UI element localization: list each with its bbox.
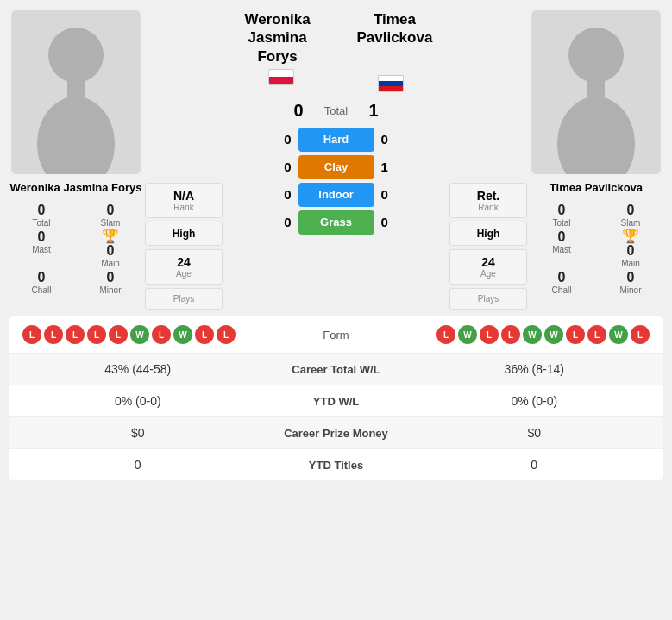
player2-main-label: Main (621, 259, 640, 268)
player1-minor-cell: 0 Minor (80, 270, 141, 295)
indoor-label: Indoor (318, 188, 353, 201)
stat-center-label: YTD Titles (250, 459, 423, 472)
player1-card: Weronika Jasmina Forys 0 Total 0 Slam 0 … (7, 10, 145, 295)
stat-right: 0 (423, 458, 647, 472)
indoor-score2: 0 (381, 187, 399, 202)
player2-total-value: 0 (558, 203, 566, 218)
stat-row: $0 Career Prize Money $0 (9, 417, 663, 449)
player1-age-panel: 24 Age (145, 249, 223, 285)
player2-plays-label: Plays (454, 294, 523, 304)
player2-chall-label: Chall (552, 285, 572, 295)
form-badge: W (523, 325, 542, 344)
hard-button[interactable]: Hard (298, 128, 374, 152)
form-badge: L (44, 325, 63, 344)
surfaces-area: 0 Hard 0 0 Clay 1 0 Indoor (226, 128, 446, 235)
player2-trophy-icon: 🏆 (622, 229, 639, 243)
form-badge: L (87, 325, 106, 344)
player2-minor-cell: 0 Minor (600, 270, 661, 295)
player2-age-label: Age (454, 269, 523, 279)
stat-center-label: Career Prize Money (250, 427, 423, 440)
form-badge: L (217, 325, 236, 344)
player2-side-panels: Ret. Rank High 24 Age Plays (449, 183, 527, 310)
match-score2: 1 (369, 101, 379, 121)
player1-heading: Weronika Jasmina Forys (229, 10, 325, 66)
player2-photo (531, 10, 661, 174)
player1-age-value: 24 (149, 255, 218, 269)
form-badge: L (152, 325, 171, 344)
clay-label: Clay (324, 160, 348, 173)
hard-label: Hard (323, 133, 349, 146)
player2-name: Timea Pavlickova (550, 181, 643, 196)
total-score-row: 0 Total 1 (226, 101, 446, 121)
stat-center-label: Career Total W/L (250, 363, 423, 376)
form-row: LLLLLWLWLL Form LWLLWWLLWL (9, 316, 663, 354)
indoor-button[interactable]: Indoor (298, 183, 374, 207)
clay-button[interactable]: Clay (298, 155, 374, 179)
player2-age-value: 24 (454, 255, 523, 269)
stat-left: 0% (0-0) (26, 394, 250, 408)
form-badge: L (109, 325, 128, 344)
form-badge: W (130, 325, 149, 344)
player2-mast-label: Mast (552, 245, 571, 254)
app-container: Weronika Jasmina Forys 0 Total 0 Slam 0 … (0, 0, 672, 489)
player2-total-label: Total (552, 218, 570, 228)
poland-flag (268, 69, 294, 85)
stat-row: 0% (0-0) YTD W/L 0% (0-0) (9, 385, 663, 417)
form-label: Form (285, 329, 388, 341)
player1-mast-label: Mast (32, 245, 51, 254)
player1-silhouette (11, 10, 141, 174)
stat-left: $0 (26, 426, 250, 440)
player1-main-cell: 🏆 0 Main (80, 229, 141, 268)
player1-flag (268, 69, 294, 92)
player2-age-panel: 24 Age (449, 249, 527, 285)
player2-chall-cell: 0 Chall (531, 270, 592, 295)
player2-mast-value: 0 (558, 229, 566, 245)
match-score1: 0 (293, 101, 303, 121)
form-badge: W (544, 325, 563, 344)
form-badge: L (501, 325, 520, 344)
player2-rank-label: Rank (454, 203, 523, 212)
form-badge: L (436, 325, 455, 344)
player1-plays-panel: Plays (145, 288, 223, 310)
stat-left: 43% (44-58) (26, 362, 250, 376)
player1-stats: 0 Total 0 Slam 0 Mast 🏆 0 Main 0 (7, 203, 145, 295)
form-badge: L (22, 325, 41, 344)
form-badge: W (609, 325, 628, 344)
player2-card: Timea Pavlickova 0 Total 0 Slam 0 Mast 🏆… (527, 10, 665, 295)
player1-name: Weronika Jasmina Forys (10, 181, 142, 196)
player2-chall-value: 0 (558, 270, 566, 285)
form-badge: L (195, 325, 214, 344)
grass-label: Grass (320, 216, 352, 229)
player2-minor-label: Minor (619, 285, 641, 295)
stat-row: 0 YTD Titles 0 (9, 449, 663, 480)
players-area: Weronika Jasmina Forys 0 Total 0 Slam 0 … (0, 0, 672, 316)
grass-score2: 0 (381, 215, 399, 229)
player1-chall-label: Chall (32, 285, 52, 295)
player2-slam-cell: 0 Slam (600, 203, 661, 228)
indoor-score1: 0 (274, 187, 292, 202)
stat-right: 36% (8-14) (423, 362, 647, 376)
player1-minor-label: Minor (99, 285, 121, 295)
form-badge: L (587, 325, 606, 344)
player2-slam-label: Slam (621, 218, 641, 228)
player2-form-badges: LWLLWWLLWL (388, 325, 650, 344)
player1-high-value: High (149, 228, 218, 240)
player2-mast-cell: 0 Mast (531, 229, 592, 268)
form-badge: W (173, 325, 192, 344)
grass-score1: 0 (274, 215, 292, 229)
svg-rect-3 (67, 79, 85, 97)
player1-total-cell: 0 Total (11, 203, 72, 228)
form-badge: L (631, 325, 650, 344)
player2-plays-panel: Plays (449, 288, 527, 310)
player1-slam-label: Slam (101, 218, 121, 228)
player2-main-value: 0 (627, 243, 635, 259)
player2-heading: Timea Pavlickova (347, 10, 443, 47)
grass-button[interactable]: Grass (298, 210, 374, 235)
player1-minor-value: 0 (107, 270, 115, 285)
player1-side-panels: N/A Rank High 24 Age Plays (145, 183, 223, 310)
form-badge: W (458, 325, 477, 344)
clay-row: 0 Clay 1 (226, 155, 446, 179)
bottom-stats: 43% (44-58) Career Total W/L 36% (8-14) … (9, 354, 663, 480)
hard-score2: 0 (381, 132, 399, 147)
form-badge: L (566, 325, 585, 344)
